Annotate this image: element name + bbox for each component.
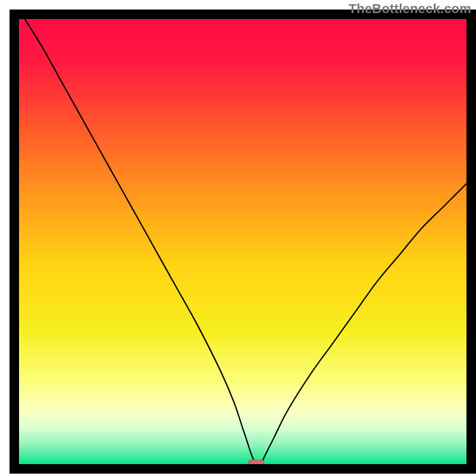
gradient-background — [19, 19, 466, 464]
chart-container: TheBottleneck.com — [0, 0, 476, 476]
bottleneck-chart — [0, 0, 476, 476]
watermark-text: TheBottleneck.com — [349, 1, 471, 17]
